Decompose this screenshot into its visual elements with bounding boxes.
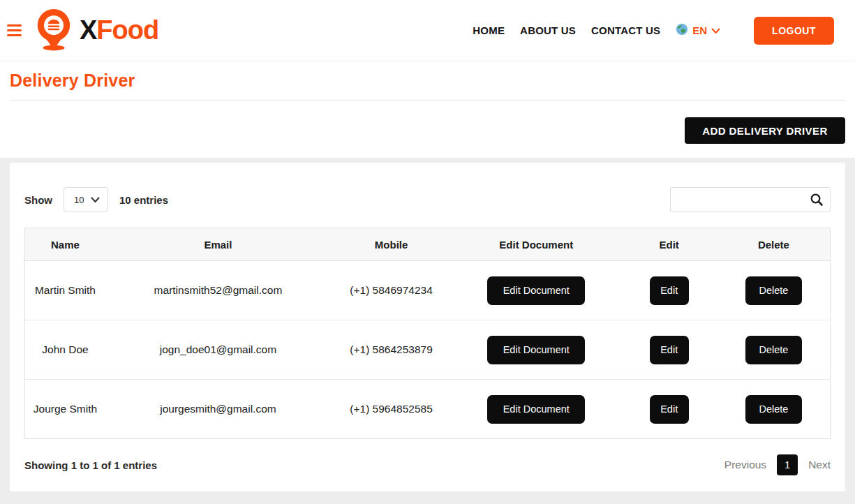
table-row: Jourge Smith jourgesmith@gmail.com (+1) … — [25, 380, 831, 439]
column-header-edit-document: Edit Document — [452, 228, 620, 261]
driver-mobile: (+1) 5964852585 — [331, 380, 452, 439]
nav-item-about-us[interactable]: ABOUT US — [520, 24, 576, 36]
column-header-email: Email — [105, 228, 331, 261]
delete-button[interactable]: Delete — [745, 395, 802, 424]
entries-count-label: 10 entries — [119, 194, 168, 206]
add-delivery-driver-button[interactable]: ADD DELIVERY DRIVER — [685, 117, 845, 144]
showing-entries-text: Showing 1 to 1 of 1 entries — [24, 459, 157, 471]
table-controls: Show 10 10 entries — [24, 187, 831, 212]
globe-icon — [676, 23, 688, 38]
edit-document-button[interactable]: Edit Document — [487, 336, 585, 364]
brand-name: XFood — [80, 15, 158, 45]
driver-name: Martin Smith — [35, 282, 96, 298]
table-card: Show 10 10 entries — [10, 163, 845, 491]
column-header-delete: Delete — [718, 228, 831, 261]
driver-mobile: (+1) 5846974234 — [331, 261, 452, 320]
driver-email: jogn_doe01@gmail.com — [105, 320, 331, 380]
logout-button[interactable]: LOGOUT — [754, 17, 834, 45]
driver-name: Jourge Smith — [34, 401, 97, 417]
actions-row: ADD DELIVERY DRIVER — [10, 101, 845, 158]
driver-email: martinsmith52@gmail.com — [105, 261, 331, 320]
search-box — [670, 187, 831, 212]
page-size-select[interactable]: 10 — [64, 187, 108, 212]
edit-button[interactable]: Edit — [650, 336, 689, 364]
drivers-table: Name Email Mobile Edit Document Edit Del… — [24, 228, 831, 439]
edit-button[interactable]: Edit — [650, 276, 689, 305]
nav-item-home[interactable]: HOME — [473, 24, 505, 36]
delete-button[interactable]: Delete — [745, 336, 802, 364]
content-area: Show 10 10 entries — [0, 158, 855, 504]
search-input[interactable] — [670, 187, 831, 212]
table-header-row: Name Email Mobile Edit Document Edit Del… — [25, 228, 831, 261]
show-label: Show — [24, 194, 52, 206]
brand-logo[interactable]: XFood — [34, 8, 158, 54]
language-code: EN — [692, 24, 707, 36]
delete-button[interactable]: Delete — [745, 276, 802, 305]
pagination: Previous 1 Next — [724, 454, 831, 475]
language-selector[interactable]: EN — [676, 23, 720, 38]
page-title: Delivery Driver — [10, 71, 845, 91]
pagination-next[interactable]: Next — [808, 459, 831, 471]
edit-document-button[interactable]: Edit Document — [487, 276, 585, 305]
driver-email: jourgesmith@gmail.com — [105, 380, 331, 439]
search-icon[interactable] — [809, 192, 824, 210]
table-row: Martin Smith martinsmith52@gmail.com (+1… — [25, 261, 831, 320]
top-header: XFood HOME ABOUT US CONTACT US EN LOGOUT — [0, 0, 855, 61]
nav-item-contact-us[interactable]: CONTACT US — [591, 24, 660, 36]
pagination-previous[interactable]: Previous — [724, 459, 766, 471]
page-title-bar: Delivery Driver — [10, 61, 845, 101]
menu-hamburger-icon[interactable] — [7, 22, 24, 39]
map-pin-burger-icon — [34, 8, 74, 54]
column-header-edit: Edit — [620, 228, 717, 261]
edit-document-button[interactable]: Edit Document — [487, 395, 585, 424]
main-nav: HOME ABOUT US CONTACT US EN LOGOUT — [473, 17, 834, 45]
column-header-name: Name — [25, 228, 105, 261]
edit-button[interactable]: Edit — [650, 395, 689, 424]
table-row: John Doe jogn_doe01@gmail.com (+1) 58642… — [25, 320, 831, 380]
table-footer: Showing 1 to 1 of 1 entries Previous 1 N… — [24, 454, 831, 475]
column-header-mobile: Mobile — [331, 228, 452, 261]
page-size-value: 10 — [74, 195, 84, 205]
chevron-down-icon — [711, 24, 720, 37]
driver-mobile: (+1) 5864253879 — [331, 320, 452, 380]
select-chevron-icon — [91, 193, 100, 206]
driver-name: John Doe — [42, 341, 88, 357]
pagination-page-1[interactable]: 1 — [777, 454, 798, 475]
